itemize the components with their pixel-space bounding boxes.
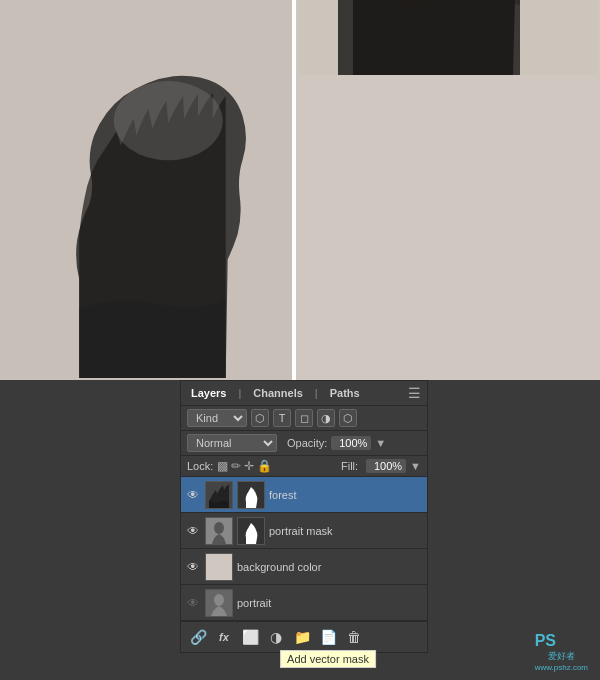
layer-row[interactable]: 👁 portrait mask [181,513,427,549]
opacity-label: Opacity: [287,437,327,449]
tab-layers[interactable]: Layers [187,385,230,401]
layer-mask-thumbnail [237,481,265,509]
blend-mode-row: Normal Multiply Screen Overlay Opacity: … [181,431,427,456]
visibility-icon[interactable]: 👁 [185,487,201,503]
adjustment-icon[interactable]: ◑ [317,409,335,427]
tab-channels[interactable]: Channels [249,385,307,401]
layer-name: portrait mask [269,525,423,537]
mask-button[interactable]: ⬜ [239,626,261,648]
svg-point-10 [214,594,224,606]
ps-logo-subtitle: 爱好者 [535,650,588,663]
layer-thumbnail [205,517,233,545]
lock-all-icon[interactable]: 🔒 [257,459,272,473]
lock-paint-icon[interactable]: ✏ [231,459,241,473]
kind-row: Kind ⬡ T ◻ ◑ ⬡ [181,406,427,431]
layer-thumbnail [205,481,233,509]
image-right [296,0,600,380]
add-vector-mask-tooltip: Add vector mask [280,650,376,668]
filter-icon[interactable]: ⬡ [251,409,269,427]
link-button[interactable]: 🔗 [187,626,209,648]
lock-icons: ▩ ✏ ✛ 🔒 [217,459,272,473]
shape-icon[interactable]: ◻ [295,409,313,427]
layer-name: background color [237,561,423,573]
lock-move-icon[interactable]: ✛ [244,459,254,473]
adjustment-button[interactable]: ◑ [265,626,287,648]
svg-point-6 [214,522,224,534]
fill-input[interactable] [366,459,406,473]
lock-label: Lock: [187,460,213,472]
svg-point-1 [114,81,223,160]
layers-toolbar: 🔗 fx ⬜ ◑ 📁 📄 Add vector mask 🗑 [181,621,427,652]
layer-mask-thumbnail [237,517,265,545]
kind-select[interactable]: Kind [187,409,247,427]
ps-logo-url: www.pshz.com [535,663,588,672]
effects-button[interactable]: fx [213,626,235,648]
ps-watermark: PS 爱好者 www.pshz.com [535,632,588,672]
layer-row[interactable]: 👁 portrait [181,585,427,621]
group-button[interactable]: 📁 [291,626,313,648]
layers-panel: Layers | Channels | Paths ☰ Kind ⬡ T ◻ ◑… [180,380,428,653]
visibility-icon[interactable]: 👁 [185,595,201,611]
lock-fill-row: Lock: ▩ ✏ ✛ 🔒 Fill: ▼ [181,456,427,477]
smart-icon[interactable]: ⬡ [339,409,357,427]
opacity-dropdown-icon[interactable]: ▼ [375,437,386,449]
layer-thumbnail [205,589,233,617]
lock-transparent-icon[interactable]: ▩ [217,459,228,473]
tab-paths[interactable]: Paths [326,385,364,401]
ps-logo-text: PS [535,632,556,649]
fill-dropdown-icon[interactable]: ▼ [410,460,421,472]
panel-header: Layers | Channels | Paths ☰ [181,381,427,406]
fill-label: Fill: [341,460,358,472]
type-icon[interactable]: T [273,409,291,427]
svg-rect-8 [206,554,232,580]
new-layer-button[interactable]: 📄 [317,626,339,648]
blend-mode-select[interactable]: Normal Multiply Screen Overlay [187,434,277,452]
layer-name: forest [269,489,423,501]
layer-row[interactable]: 👁 forest [181,477,427,513]
canvas-area [0,0,600,380]
layer-thumbnail [205,553,233,581]
panel-menu-button[interactable]: ☰ [408,385,421,401]
delete-button[interactable]: 🗑 [343,626,365,648]
layer-name: portrait [237,597,423,609]
opacity-input[interactable] [331,436,371,450]
image-left [0,0,294,380]
layer-row[interactable]: 👁 background color [181,549,427,585]
visibility-icon[interactable]: 👁 [185,559,201,575]
visibility-icon[interactable]: 👁 [185,523,201,539]
